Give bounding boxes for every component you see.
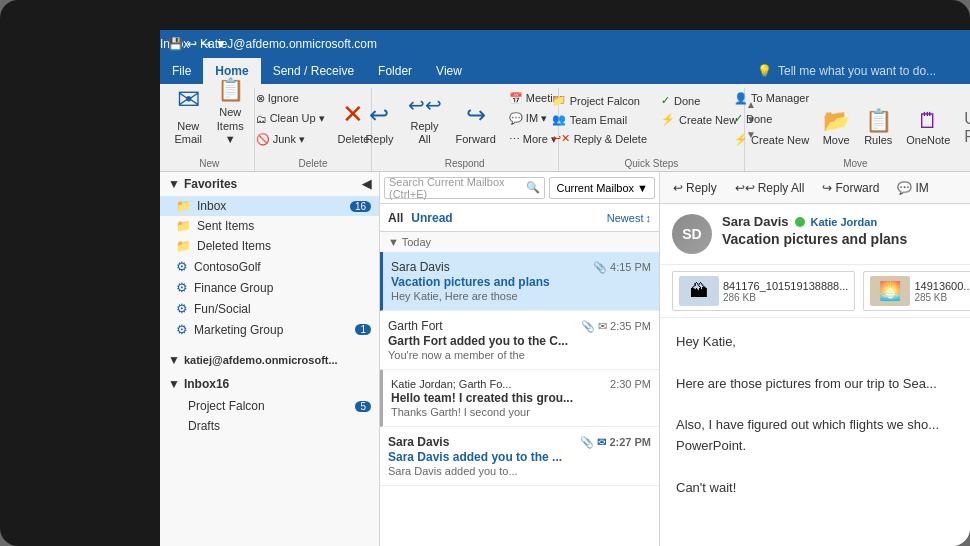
quickstep-project-falcon[interactable]: 📁 Project Falcon xyxy=(547,92,652,109)
newest-label: Newest xyxy=(607,212,644,224)
body-line-1: Hey Katie, xyxy=(676,332,954,353)
rules-inline-button[interactable]: ✓ Done xyxy=(729,110,814,127)
reading-reply-all-icon: ↩↩ xyxy=(735,181,755,195)
quickstep-reply-delete[interactable]: ↩✕ Reply & Delete xyxy=(547,130,652,147)
attachment-bar: 🏔 841176_101519138888... 286 KB 🌅 149136… xyxy=(660,265,970,318)
team-email-icon: 👥 xyxy=(552,113,566,126)
move-icon: 📂 xyxy=(823,108,850,134)
marketing-label: Marketing Group xyxy=(194,323,283,337)
email-preview-4: Sara Davis added you to... xyxy=(388,465,651,477)
new-items-button[interactable]: 📋 NewItems ▼ xyxy=(210,88,250,150)
sidebar-item-sent[interactable]: 📁 Sent Items xyxy=(160,216,379,236)
redo-icon[interactable]: ↪ xyxy=(201,37,211,51)
delete-group-label: Delete xyxy=(299,156,328,171)
sidebar-item-contosogolf[interactable]: ⚙ ContosoGolf xyxy=(160,256,379,277)
new-email-button[interactable]: ✉ NewEmail xyxy=(168,88,208,150)
onenote-button[interactable]: 🗒 OneNote xyxy=(900,88,956,150)
sidebar-item-funsocial[interactable]: ⚙ Fun/Social xyxy=(160,298,379,319)
attachment-item-2[interactable]: 🌅 14913600... 285 KB xyxy=(863,271,970,311)
funsocial-icon: ⚙ xyxy=(176,301,188,316)
email-header-info: Sara Davis Katie Jordan Vacation picture… xyxy=(722,214,958,247)
marketing-badge: 1 xyxy=(355,324,371,335)
reply-all-button[interactable]: ↩↩ ReplyAll xyxy=(402,88,448,150)
ribbon-group-delete: ⊗ Ignore 🗂 Clean Up ▾ 🚫 Junk ▾ xyxy=(255,88,371,171)
forward-icon: ↪ xyxy=(466,101,486,130)
email-header: SD Sara Davis Katie Jordan Vacation pict… xyxy=(660,204,970,265)
finance-label: Finance Group xyxy=(194,281,273,295)
reading-forward-label: Forward xyxy=(835,181,879,195)
dropdown-qat-icon[interactable]: ▼ xyxy=(215,37,227,51)
save-icon[interactable]: 💾 xyxy=(168,37,183,51)
deleted-folder-icon: 📁 xyxy=(176,239,191,253)
forward-button[interactable]: ↪ Forward xyxy=(450,88,502,150)
tab-file[interactable]: File xyxy=(160,58,203,84)
email-sender-2: Garth Fort 📎 ✉ 2:35 PM xyxy=(388,319,651,333)
rules-button[interactable]: 📋 Rules xyxy=(858,88,898,150)
account-header[interactable]: ▼ katiej@afdemo.onmicrosoft... xyxy=(160,348,379,372)
reply-icon: ↩ xyxy=(369,101,389,130)
new-items-label: NewItems ▼ xyxy=(216,106,244,146)
attachment-item-1[interactable]: 🏔 841176_101519138888... 286 KB xyxy=(672,271,855,311)
sidebar-item-marketing[interactable]: ⚙ Marketing Group 1 xyxy=(160,319,379,340)
email-icons-4: 📎 ✉ 2:27 PM xyxy=(580,436,651,449)
sidebar-subfolder-drafts[interactable]: Drafts xyxy=(160,416,379,436)
reply-label: Reply xyxy=(365,133,393,146)
attachment-thumb-1: 🏔 xyxy=(679,276,719,306)
email-item-1[interactable]: Sara Davis 📎 4:15 PM Vacation pictures a… xyxy=(380,252,659,311)
favorites-header[interactable]: ▼ Favorites ◀ xyxy=(160,172,379,196)
email-item-2[interactable]: Garth Fort 📎 ✉ 2:35 PM Garth Fort added … xyxy=(380,311,659,370)
cleanup-label: Clean Up ▾ xyxy=(270,112,325,125)
create-new-icon: ⚡ xyxy=(661,113,675,126)
current-mailbox-btn[interactable]: Current Mailbox ▼ xyxy=(549,177,655,199)
reply-delete-label: Reply & Delete xyxy=(574,133,647,145)
search-icon[interactable]: 🔍 xyxy=(526,181,540,194)
sidebar-item-finance[interactable]: ⚙ Finance Group xyxy=(160,277,379,298)
to-manager-button[interactable]: 👤 To Manager xyxy=(729,90,814,107)
attachment-name-1: 841176_101519138888... xyxy=(723,280,848,292)
junk-icon: 🚫 xyxy=(256,133,270,146)
account-inbox-header[interactable]: ▼ Inbox 16 xyxy=(160,372,379,396)
tab-send-receive[interactable]: Send / Receive xyxy=(261,58,366,84)
filter-unread-btn[interactable]: Unread xyxy=(411,211,452,225)
more-move-button[interactable]: UR xyxy=(958,88,970,150)
tell-me-input[interactable] xyxy=(778,64,958,78)
sidebar-subfolder-project-falcon[interactable]: Project Falcon 5 xyxy=(160,396,379,416)
tab-view[interactable]: View xyxy=(424,58,474,84)
reply-button[interactable]: ↩ Reply xyxy=(359,88,399,150)
reading-reply-all-button[interactable]: ↩↩ Reply All xyxy=(730,178,810,198)
move-button[interactable]: 📂 Move xyxy=(816,88,856,150)
sidebar-item-inbox[interactable]: 📁 Inbox 16 xyxy=(160,196,379,216)
ignore-button[interactable]: ⊗ Ignore xyxy=(251,90,330,107)
reading-im-button[interactable]: 💬 IM xyxy=(892,178,933,198)
junk-button[interactable]: 🚫 Junk ▾ xyxy=(251,131,330,148)
quickstep-team-email[interactable]: 👥 Team Email xyxy=(547,111,652,128)
body-line-5: Can't wait! xyxy=(676,478,954,499)
sort-newest-btn[interactable]: Newest ↕ xyxy=(607,212,651,224)
reading-forward-icon: ↪ xyxy=(822,181,832,195)
reading-forward-button[interactable]: ↪ Forward xyxy=(817,178,884,198)
email-sender-4: Sara Davis 📎 ✉ 2:27 PM xyxy=(388,435,651,449)
filter-bar: All Unread Newest ↕ xyxy=(380,204,659,232)
tab-folder[interactable]: Folder xyxy=(366,58,424,84)
search-box[interactable]: Search Current Mailbox (Ctrl+E) 🔍 xyxy=(384,177,545,199)
sort-arrow-icon: ↕ xyxy=(646,212,652,224)
email-list: Search Current Mailbox (Ctrl+E) 🔍 Curren… xyxy=(380,172,660,546)
email-item-4[interactable]: Sara Davis 📎 ✉ 2:27 PM Sara Davis added … xyxy=(380,427,659,486)
reply-delete-icon: ↩✕ xyxy=(552,132,570,145)
reading-reply-button[interactable]: ↩ Reply xyxy=(668,178,722,198)
create-new-inline-button[interactable]: ⚡ Create New xyxy=(729,131,814,148)
tell-me-bar[interactable]: 💡 xyxy=(745,58,970,84)
sidebar-item-deleted[interactable]: 📁 Deleted Items xyxy=(160,236,379,256)
cleanup-button[interactable]: 🗂 Clean Up ▾ xyxy=(251,110,330,127)
email-item-3[interactable]: Katie Jordan; Garth Fo... 2:30 PM Hello … xyxy=(380,370,659,427)
project-falcon-icon: 📁 xyxy=(552,94,566,107)
rules-label: Rules xyxy=(864,134,892,146)
filter-all-btn[interactable]: All xyxy=(388,211,403,225)
sidebar-toggle-icon[interactable]: ◀ xyxy=(362,177,371,191)
undo-icon[interactable]: ↩ xyxy=(187,37,197,51)
email-time-2: 2:35 PM xyxy=(610,320,651,332)
to-manager-label: To Manager xyxy=(751,92,809,104)
marketing-icon: ⚙ xyxy=(176,322,188,337)
sender-name-4: Sara Davis xyxy=(388,435,449,449)
delete-group-buttons: ⊗ Ignore 🗂 Clean Up ▾ 🚫 Junk ▾ xyxy=(251,88,376,156)
